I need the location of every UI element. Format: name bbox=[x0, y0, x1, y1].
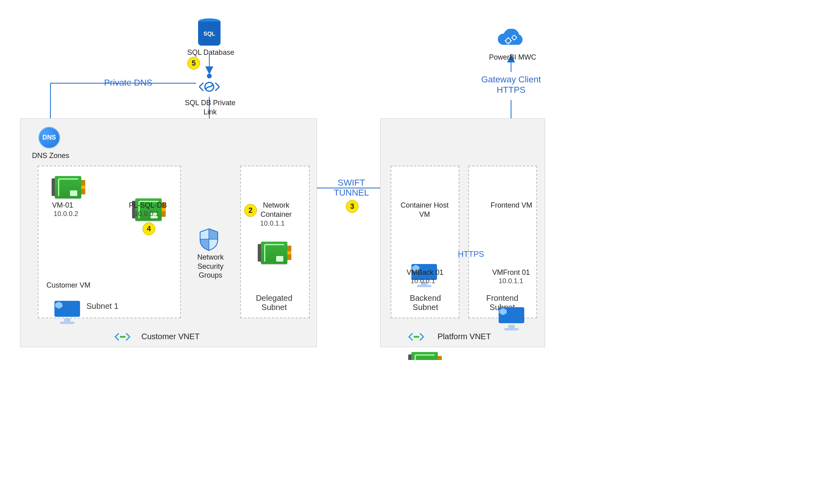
frontend-vm-label: Frontend VM bbox=[491, 201, 532, 210]
customer-vm-icon bbox=[54, 301, 80, 322]
private-dns-label: Private DNS bbox=[104, 78, 152, 88]
https-label: HTTPS bbox=[458, 250, 484, 259]
svg-point-22 bbox=[415, 336, 417, 338]
vm01-name: VM-01 bbox=[52, 201, 73, 210]
text: VM bbox=[419, 210, 430, 218]
svg-marker-15 bbox=[55, 302, 62, 309]
text: Frontend bbox=[486, 294, 518, 302]
step-marker-2: 2 bbox=[244, 204, 257, 217]
network-container-ip: 10.0.1.1 bbox=[260, 219, 285, 228]
vmback01-ip: 10.0.0.1 bbox=[411, 277, 435, 285]
step-marker-5: 5 bbox=[187, 57, 200, 70]
backend-subnet-title: Backend Subnet bbox=[403, 294, 447, 312]
text: Security bbox=[197, 262, 223, 270]
vnet-icon bbox=[114, 332, 130, 342]
step-marker-4: 4 bbox=[142, 222, 155, 235]
sql-database-label: SQL Database bbox=[187, 48, 234, 57]
vm01-nic-icon bbox=[55, 176, 81, 198]
subnet-1-title: Subnet 1 bbox=[86, 302, 118, 311]
nsg-shield-icon bbox=[198, 227, 219, 251]
frontend-vm-icon bbox=[499, 307, 524, 328]
vnet-icon bbox=[408, 332, 424, 342]
text: SQL DB Private bbox=[185, 99, 235, 107]
text: Container Host bbox=[401, 201, 449, 209]
vmfront01-ip: 10.0.1.1 bbox=[499, 277, 523, 285]
private-link-label: SQL DB Private Link bbox=[184, 98, 236, 116]
text: Gateway Client bbox=[481, 74, 541, 84]
svg-marker-17 bbox=[499, 308, 507, 315]
svg-point-18 bbox=[120, 336, 122, 338]
plsqldb-ip: 10.0.0.1 bbox=[134, 210, 159, 218]
private-link-icon bbox=[197, 77, 221, 97]
text: HTTPS bbox=[497, 85, 525, 95]
network-container-label: Network Container bbox=[256, 201, 296, 219]
text: Container bbox=[261, 210, 292, 218]
text: Subnet bbox=[261, 303, 287, 312]
vmback01-name: VMBack 01 bbox=[407, 268, 443, 277]
text: Groups bbox=[198, 271, 222, 279]
text: Delegated bbox=[256, 294, 292, 302]
swift-tunnel-label: SWIFT TUNNEL bbox=[331, 178, 371, 198]
text: Network bbox=[263, 201, 289, 209]
text: Customer VNET bbox=[141, 332, 200, 341]
sql-database-icon: SQL bbox=[198, 18, 221, 46]
network-container-nic-icon bbox=[261, 242, 287, 264]
dns-zones-label: DNS Zones bbox=[32, 151, 69, 160]
customer-vnet-title: Customer VNET bbox=[114, 332, 227, 341]
text: Subnet bbox=[413, 303, 438, 312]
vm01-ip: 10.0.0.2 bbox=[54, 210, 78, 218]
text: DNS bbox=[42, 134, 56, 141]
step-marker-3: 3 bbox=[346, 200, 359, 213]
text: SWIFT bbox=[338, 178, 365, 188]
nsg-label: Network Security Groups bbox=[194, 253, 227, 280]
text: TUNNEL bbox=[334, 188, 369, 198]
platform-vnet-title: Platform VNET bbox=[408, 332, 520, 341]
svg-point-23 bbox=[417, 336, 419, 338]
vmfront01-name: VMFront 01 bbox=[492, 268, 530, 277]
plsqldb-name: PL-SQL-DB bbox=[129, 201, 167, 210]
svg-point-20 bbox=[124, 336, 126, 338]
container-host-label: Container Host VM bbox=[399, 201, 451, 219]
delegated-subnet-title: Delegated Subnet bbox=[252, 294, 296, 312]
powerbi-label: PowerBI MWC bbox=[489, 53, 536, 62]
svg-point-21 bbox=[414, 336, 416, 338]
text: Network bbox=[197, 253, 224, 261]
svg-point-19 bbox=[122, 336, 124, 338]
vmback01-nic-icon bbox=[411, 352, 438, 360]
text: Backend bbox=[410, 294, 441, 302]
gateway-client-label: Gateway Client HTTPS bbox=[481, 74, 541, 96]
dns-zones-icon: DNS bbox=[38, 127, 60, 148]
text: Link bbox=[203, 108, 217, 116]
customer-vm-label: Customer VM bbox=[46, 281, 90, 290]
text: Platform VNET bbox=[437, 332, 491, 341]
